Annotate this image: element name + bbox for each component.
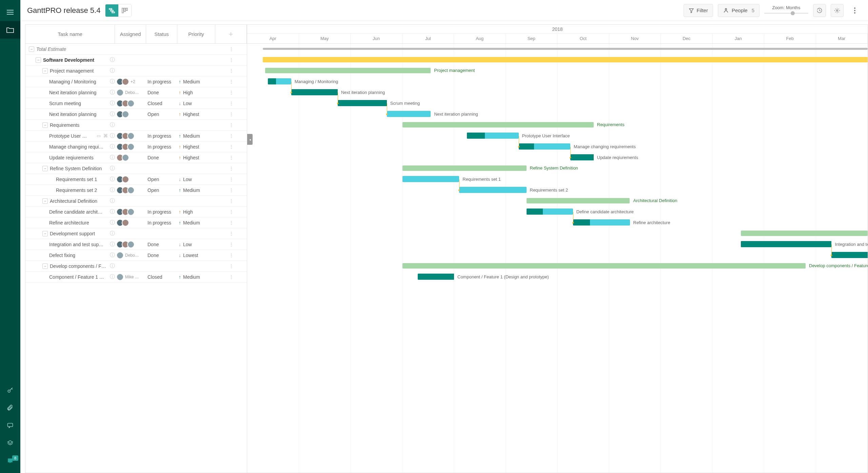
avatar[interactable] xyxy=(127,241,135,248)
task-row[interactable]: −Develop components / Fea…ⓘ⋮ xyxy=(25,261,247,272)
col-status[interactable]: Status xyxy=(146,25,177,43)
info-icon[interactable]: ⓘ xyxy=(110,122,115,128)
info-icon[interactable]: ⓘ xyxy=(110,133,115,139)
total-bar[interactable] xyxy=(263,48,868,50)
collapse-button[interactable]: − xyxy=(42,166,48,171)
status-cell[interactable]: In progress xyxy=(146,220,177,225)
info-icon[interactable]: ⓘ xyxy=(110,154,115,161)
zoom-thumb[interactable] xyxy=(791,11,795,15)
row-menu-button[interactable]: ⋮ xyxy=(215,79,247,84)
col-priority[interactable]: Priority xyxy=(177,25,215,43)
collapse-button[interactable]: − xyxy=(29,46,34,52)
avatar[interactable] xyxy=(122,78,129,85)
task-bar[interactable]: Integration and test xyxy=(741,241,831,247)
summary-bar[interactable]: Project management xyxy=(265,68,431,73)
row-menu-button[interactable]: ⋮ xyxy=(215,166,247,171)
collapse-button[interactable]: − xyxy=(42,231,48,236)
summary-bar[interactable]: Refine System Definition xyxy=(402,165,527,171)
gantt-view-button[interactable] xyxy=(105,4,118,17)
task-row[interactable]: Requirements set 2ⓘOpen↑Medium⋮ xyxy=(25,185,247,196)
notification-icon[interactable]: 8 xyxy=(0,452,20,470)
task-row[interactable]: Manage changing requi…ⓘIn progress↑Highe… xyxy=(25,141,247,152)
board-view-button[interactable] xyxy=(118,4,131,17)
info-icon[interactable]: ⓘ xyxy=(110,100,115,106)
task-bar[interactable]: Refine architecture xyxy=(573,219,630,225)
summary-bar[interactable]: Architectural Definition xyxy=(527,198,630,203)
info-icon[interactable]: ⓘ xyxy=(110,263,115,269)
row-menu-button[interactable]: ⋮ xyxy=(215,177,247,182)
task-row[interactable]: Update reqiurementsⓘDone↑Highest⋮ xyxy=(25,152,247,163)
row-menu-button[interactable]: ⋮ xyxy=(215,101,247,106)
task-row[interactable]: −Total Estimate⋮ xyxy=(25,44,247,55)
zoom-control[interactable]: Zoom: Months xyxy=(764,5,808,16)
key-icon[interactable] xyxy=(0,381,20,399)
task-bar[interactable]: Define candidate architecture xyxy=(527,209,573,215)
status-cell[interactable]: Done xyxy=(146,155,177,160)
task-row[interactable]: Integration and test sup…ⓘDone↓Low⋮ xyxy=(25,239,247,250)
comment-icon[interactable] xyxy=(0,417,20,434)
layers-icon[interactable] xyxy=(0,434,20,452)
avatar[interactable] xyxy=(127,186,135,194)
task-row[interactable]: −Project managementⓘ⋮ xyxy=(25,65,247,76)
task-row[interactable]: −Refine System Definitionⓘ⋮ xyxy=(25,163,247,174)
summary-bar[interactable]: Software Development xyxy=(263,57,868,62)
status-cell[interactable]: In progress xyxy=(146,133,177,139)
task-bar[interactable]: Managing / Monitoring xyxy=(268,78,291,84)
filter-button[interactable]: Filter xyxy=(684,4,713,17)
info-icon[interactable]: ⓘ xyxy=(110,252,115,258)
row-menu-button[interactable]: ⋮ xyxy=(215,133,247,139)
row-menu-button[interactable]: ⋮ xyxy=(215,57,247,63)
more-button[interactable] xyxy=(848,4,861,17)
row-menu-button[interactable]: ⋮ xyxy=(215,46,247,52)
info-icon[interactable]: ⓘ xyxy=(110,187,115,193)
info-icon[interactable]: ⓘ xyxy=(110,176,115,182)
collapse-button[interactable]: − xyxy=(42,263,48,269)
task-bar[interactable]: Defect fixing xyxy=(831,252,868,258)
row-menu-button[interactable]: ⋮ xyxy=(215,253,247,258)
task-bar[interactable]: Next iteration planning xyxy=(291,89,338,95)
info-icon[interactable]: ⓘ xyxy=(110,143,115,150)
avatar[interactable] xyxy=(127,143,135,151)
task-bar[interactable]: Update reqiurements xyxy=(570,154,594,160)
task-bar[interactable]: Scrum meeting xyxy=(338,100,387,106)
task-row[interactable]: Defect fixingⓘDebo…Done↓Lowest⋮ xyxy=(25,250,247,261)
row-menu-button[interactable]: ⋮ xyxy=(215,122,247,128)
note-icon[interactable]: ▭ xyxy=(97,133,101,138)
row-menu-button[interactable]: ⋮ xyxy=(215,144,247,150)
task-bar[interactable]: Next iteration planning xyxy=(387,111,431,117)
people-button[interactable]: People 5 xyxy=(718,4,760,17)
task-bar[interactable]: Prototype User Interface xyxy=(467,133,518,139)
task-bar[interactable]: Component / Feature 1 (Design and protot… xyxy=(418,274,454,280)
task-row[interactable]: −Requirementsⓘ⋮ xyxy=(25,120,247,131)
info-icon[interactable]: ⓘ xyxy=(110,219,115,226)
task-row[interactable]: Component / Feature 1 …ⓘMike …Closed↑Med… xyxy=(25,272,247,282)
summary-bar[interactable]: Develop components / Feature xyxy=(402,263,806,269)
task-row[interactable]: Prototype User …▭⌘ⓘIn progress↑Medium⋮ xyxy=(25,131,247,141)
row-menu-button[interactable]: ⋮ xyxy=(215,155,247,160)
status-cell[interactable]: In progress xyxy=(146,79,177,84)
avatar[interactable] xyxy=(127,132,135,140)
task-row[interactable]: Next iteration planningⓘDebo…Done↑High⋮ xyxy=(25,87,247,98)
avatar[interactable] xyxy=(127,208,135,216)
info-icon[interactable]: ⓘ xyxy=(110,165,115,172)
row-menu-button[interactable]: ⋮ xyxy=(215,90,247,95)
col-task[interactable]: Task name xyxy=(25,25,115,43)
menu-icon[interactable] xyxy=(0,3,20,21)
status-cell[interactable]: Open xyxy=(146,188,177,193)
task-row[interactable]: Scrum meetingⓘClosed↓Low⋮ xyxy=(25,98,247,109)
task-row[interactable]: Next iteration planningⓘOpen↑Highest⋮ xyxy=(25,109,247,120)
collapse-button[interactable]: − xyxy=(42,122,48,128)
task-bar[interactable]: Requirements set 1 xyxy=(402,176,459,182)
avatar[interactable] xyxy=(127,100,135,107)
avatar[interactable] xyxy=(122,176,129,183)
avatar[interactable] xyxy=(116,89,124,96)
avatar[interactable] xyxy=(116,273,124,281)
collapse-button[interactable]: − xyxy=(36,57,41,63)
info-icon[interactable]: ⓘ xyxy=(110,67,115,74)
history-button[interactable] xyxy=(813,4,826,17)
row-menu-button[interactable]: ⋮ xyxy=(215,242,247,247)
info-icon[interactable]: ⓘ xyxy=(110,111,115,117)
status-cell[interactable]: Closed xyxy=(146,101,177,106)
task-row[interactable]: −Architectural Definitionⓘ⋮ xyxy=(25,196,247,206)
avatar[interactable] xyxy=(122,154,129,161)
